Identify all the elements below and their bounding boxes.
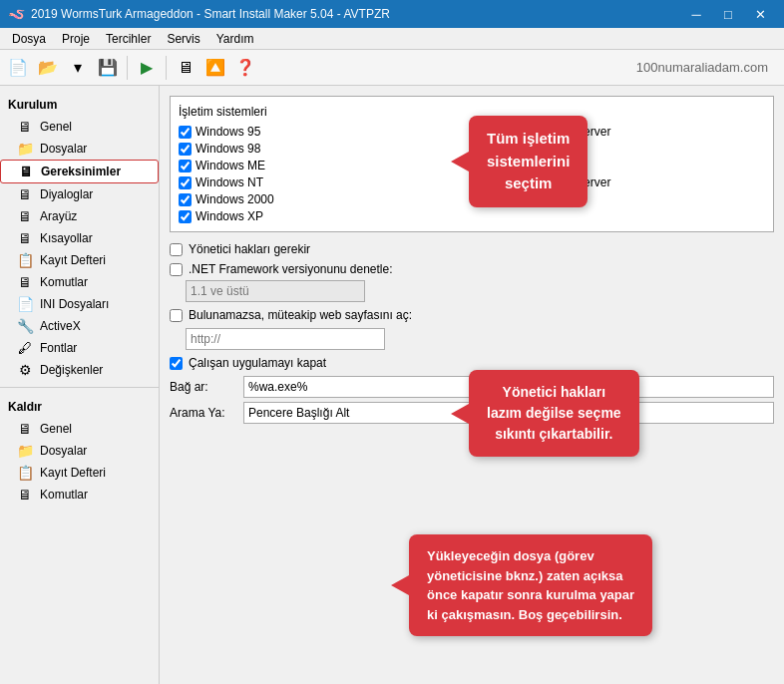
kayit-icon: 📋 <box>16 252 34 268</box>
arama-ya-row: Arama Ya: <box>170 402 774 424</box>
content-area: İşletim sistemleri Windows 95 Windows 98… <box>160 86 784 684</box>
os-checkbox-6[interactable] <box>477 126 490 139</box>
os-list-item: Windows 2003 Server <box>477 125 765 139</box>
os-checkbox-2[interactable] <box>179 160 192 172</box>
sidebar-kaldır-dosyalar[interactable]: 📁 Dosyalar <box>0 440 159 462</box>
fallback-label: Bulunamazsa, müteakip web sayfasını aç: <box>189 308 412 322</box>
toolbar-logo: 100numaraliadam.com <box>261 60 780 75</box>
os-list-item: Windows 95 <box>179 125 467 139</box>
os-checkbox-7[interactable] <box>477 143 490 156</box>
callout3-text: Yükleyeceğin dosya (görevyöneticisine bk… <box>427 548 634 622</box>
os-list-item: Windows NT <box>179 175 467 189</box>
running-app-checkbox[interactable] <box>170 357 183 370</box>
running-app-label: Çalışan uygulamayı kapat <box>189 356 326 370</box>
dosyalar-icon: 📁 <box>16 141 34 157</box>
menu-yardim[interactable]: Yardım <box>208 30 262 48</box>
ini-icon: 📄 <box>16 296 34 312</box>
sidebar-kaldır-komutlar[interactable]: 🖥 Komutlar <box>0 484 159 506</box>
arama-ya-label: Arama Ya: <box>170 406 239 420</box>
sidebar-label-kaldır-kayit: Kayıt Defteri <box>40 466 106 480</box>
os-label-8: Windows Server <box>494 159 581 172</box>
sidebar-item-arayuz[interactable]: 🖥 Arayüz <box>0 205 159 227</box>
fontlar-icon: 🖋 <box>16 340 34 356</box>
os-checkbox-3[interactable] <box>179 176 192 189</box>
os-checkbox-1[interactable] <box>179 143 192 156</box>
os-list-item: Windows 98 <box>179 142 467 156</box>
os-checkbox-5[interactable] <box>179 210 192 223</box>
toolbar-save[interactable]: 💾 <box>94 54 122 82</box>
os-list-item: Windows Vista <box>477 142 765 156</box>
os-label-10: Windows 7 <box>494 192 553 206</box>
os-checkbox-10[interactable] <box>477 193 490 206</box>
os-list: Windows 95 Windows 98 Windows ME Windows… <box>179 125 765 223</box>
diyaloglar-icon: 🖥 <box>16 186 34 202</box>
toolbar-build[interactable]: ▶ <box>133 54 161 82</box>
sidebar-kaldır-genel[interactable]: 🖥 Genel <box>0 418 159 440</box>
running-app-row: Çalışan uygulamayı kapat <box>170 356 774 370</box>
sidebar-item-komutlar[interactable]: 🖥 Komutlar <box>0 271 159 293</box>
sidebar-item-fontlar[interactable]: 🖋 Fontlar <box>0 337 159 359</box>
kisayollar-icon: 🖥 <box>16 230 34 246</box>
sidebar-label-kaldır-genel: Genel <box>40 422 72 436</box>
net-version-input[interactable] <box>186 280 365 302</box>
toolbar-setup[interactable]: 🖥 <box>172 54 199 82</box>
admin-rights-label: Yönetici hakları gerekir <box>189 242 310 256</box>
sidebar-label-arayuz: Arayüz <box>40 209 77 223</box>
arayuz-icon: 🖥 <box>16 208 34 224</box>
sidebar-item-gereksinimler[interactable]: 🖥 Gereksinimler <box>0 160 159 183</box>
kaldır-dosyalar-icon: 📁 <box>16 443 34 459</box>
toolbar-update[interactable]: 🔼 <box>201 54 229 82</box>
sidebar-item-kisayollar[interactable]: 🖥 Kısayollar <box>0 227 159 249</box>
menu-servis[interactable]: Servis <box>159 30 207 48</box>
minimize-button[interactable]: ─ <box>680 0 712 28</box>
toolbar-dropdown[interactable]: ▾ <box>64 54 92 82</box>
sidebar-item-diyaloglar[interactable]: 🖥 Diyaloglar <box>0 183 159 205</box>
fallback-url-input[interactable] <box>186 328 385 350</box>
sidebar-label-ini: INI Dosyaları <box>40 297 109 311</box>
kurulum-section-title: Kurulum <box>0 92 159 116</box>
sidebar-item-dosyalar[interactable]: 📁 Dosyalar <box>0 138 159 160</box>
menu-tercihler[interactable]: Tercihler <box>98 30 159 48</box>
os-list-item: Windows 2008 Server <box>477 175 765 189</box>
os-label-9: Windows 2008 Server <box>494 175 610 189</box>
main-layout: Kurulum 🖥 Genel 📁 Dosyalar 🖥 Gereksiniml… <box>0 86 784 684</box>
toolbar-new[interactable]: 📄 <box>4 54 32 82</box>
os-checkbox-4[interactable] <box>179 193 192 206</box>
sidebar-kaldır-kayit[interactable]: 📋 Kayıt Defteri <box>0 462 159 484</box>
sidebar-item-activex[interactable]: 🔧 ActiveX <box>0 315 159 337</box>
arama-ya-input[interactable] <box>243 402 774 424</box>
sidebar-item-degiskenler[interactable]: ⚙ Değişkenler <box>0 359 159 381</box>
app-icon: 🪱 <box>8 6 25 22</box>
menu-proje[interactable]: Proje <box>54 30 98 48</box>
komutlar-icon: 🖥 <box>16 274 34 290</box>
os-checkbox-0[interactable] <box>179 126 192 139</box>
menubar: Dosya Proje Tercihler Servis Yardım <box>0 28 784 50</box>
admin-rights-row: Yönetici hakları gerekir <box>170 242 774 256</box>
sidebar-item-kayit-defteri[interactable]: 📋 Kayıt Defteri <box>0 249 159 271</box>
fallback-checkbox[interactable] <box>170 309 183 322</box>
sidebar-item-genel[interactable]: 🖥 Genel <box>0 116 159 138</box>
net-check-checkbox[interactable] <box>170 263 183 276</box>
degiskenler-icon: ⚙ <box>16 362 34 378</box>
toolbar-open[interactable]: 📂 <box>34 54 62 82</box>
sidebar-label-kisayollar: Kısayollar <box>40 231 93 245</box>
os-checkbox-8[interactable] <box>477 160 490 172</box>
genel-icon: 🖥 <box>16 119 34 135</box>
toolbar-sep2 <box>166 56 167 80</box>
os-label-2: Windows ME <box>196 159 265 172</box>
os-label-6: Windows 2003 Server <box>494 125 610 139</box>
window-controls: ─ □ ✕ <box>680 0 776 28</box>
menu-dosya[interactable]: Dosya <box>4 30 54 48</box>
admin-rights-checkbox[interactable] <box>170 243 183 256</box>
sidebar: Kurulum 🖥 Genel 📁 Dosyalar 🖥 Gereksiniml… <box>0 86 160 684</box>
sidebar-item-ini[interactable]: 📄 INI Dosyaları <box>0 293 159 315</box>
maximize-button[interactable]: □ <box>712 0 744 28</box>
sidebar-label-degiskenler: Değişkenler <box>40 363 103 377</box>
bag-ar-input[interactable] <box>243 376 774 398</box>
close-button[interactable]: ✕ <box>744 0 776 28</box>
kaldır-section-title: Kaldır <box>0 394 159 418</box>
sidebar-divider <box>0 387 159 388</box>
fallback-row: Bulunamazsa, müteakip web sayfasını aç: <box>170 308 774 322</box>
os-checkbox-9[interactable] <box>477 176 490 189</box>
toolbar-help[interactable]: ❓ <box>231 54 259 82</box>
